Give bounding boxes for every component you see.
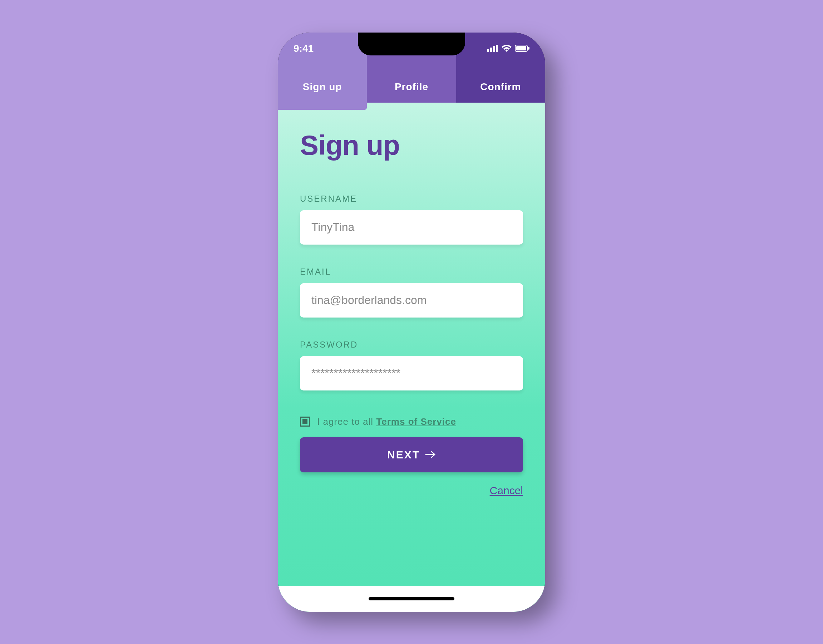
email-input[interactable] [300, 283, 523, 317]
username-label: USERNAME [300, 194, 523, 204]
tos-row: I agree to all Terms of Service [300, 416, 523, 427]
status-time: 9:41 [294, 43, 314, 54]
home-indicator[interactable] [369, 597, 454, 600]
device-notch [358, 32, 465, 55]
battery-icon [515, 43, 529, 54]
wifi-icon [501, 43, 512, 54]
arrow-right-icon [425, 449, 436, 461]
next-button[interactable]: NEXT [300, 437, 523, 472]
tos-checkbox[interactable] [300, 417, 310, 426]
svg-rect-3 [496, 45, 498, 52]
content-area: Sign up USERNAME EMAIL PASSWORD I agree … [278, 103, 545, 612]
tab-label: Confirm [480, 81, 521, 93]
svg-rect-6 [528, 47, 529, 50]
tos-link[interactable]: Terms of Service [376, 416, 456, 427]
checkbox-checked-icon [302, 419, 308, 424]
tab-label: Sign up [303, 81, 342, 93]
cancel-link[interactable]: Cancel [300, 485, 523, 497]
password-input[interactable] [300, 356, 523, 391]
signal-icon [487, 43, 498, 54]
password-field-group: PASSWORD [300, 340, 523, 416]
phone-frame: 9:41 [278, 32, 545, 612]
username-input[interactable] [300, 210, 523, 245]
username-field-group: USERNAME [300, 194, 523, 267]
svg-rect-1 [490, 48, 492, 52]
tos-text: I agree to all Terms of Service [317, 416, 456, 427]
home-bar [278, 586, 545, 612]
email-field-group: EMAIL [300, 267, 523, 340]
svg-rect-2 [493, 46, 495, 52]
email-label: EMAIL [300, 267, 523, 277]
password-label: PASSWORD [300, 340, 523, 350]
tos-agree-text: I agree to all [317, 416, 376, 427]
tab-label: Profile [395, 81, 428, 93]
active-tab-indicator [278, 103, 367, 110]
svg-rect-5 [516, 46, 526, 51]
svg-rect-0 [487, 49, 489, 52]
next-button-label: NEXT [387, 449, 420, 461]
page-title: Sign up [300, 129, 523, 162]
